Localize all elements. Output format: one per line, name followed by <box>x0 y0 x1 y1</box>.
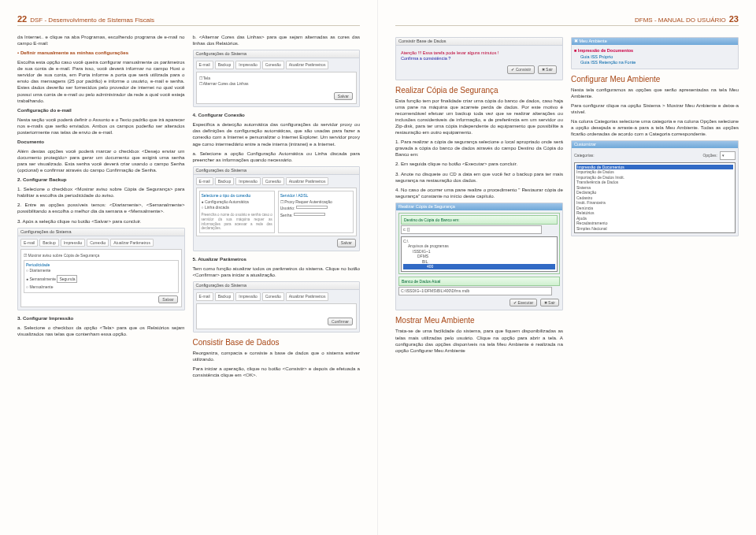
body-text: Escolha esta opção caso você queira conf… <box>17 59 185 103</box>
group-label: Periodicidade <box>26 262 176 268</box>
execute-button[interactable]: ✔ Executar <box>510 299 537 307</box>
body-text: Para configurar clique na opção Sistema … <box>571 102 739 115</box>
section-number: 5. Atualizar Parâmetros <box>193 256 361 262</box>
dialog-titlebar: Customizar <box>572 141 738 148</box>
body-text: 3. Anote no disquete ou CD a data em que… <box>395 171 563 184</box>
label: Usuário: <box>280 206 295 210</box>
tab[interactable]: Backup <box>215 61 235 69</box>
body-text: a. Selecione a opção Configuração Automá… <box>193 150 361 163</box>
consist-button[interactable]: ✔ Consistir <box>507 65 535 74</box>
tab[interactable]: E-mail <box>196 177 213 186</box>
figure-backup-dialog: Configurações do Sistema E-mail Backup I… <box>17 228 185 311</box>
save-button[interactable]: Salvar <box>337 239 356 247</box>
options-select[interactable]: ▾ <box>720 151 736 160</box>
body-text: 1. Selecione o checkbox <Mostrar aviso s… <box>17 186 185 199</box>
tab[interactable]: Atualizar Parâmetros <box>286 292 329 301</box>
group-label: Banco de Dados Atual <box>398 277 560 287</box>
body-text: Tem como função atualizar todos os parâm… <box>193 266 361 278</box>
label: Categorias: <box>574 153 595 158</box>
password-input[interactable] <box>294 213 325 216</box>
radio-monthly[interactable]: Mensalmente <box>26 284 176 290</box>
body-text: Reorganiza, compacta e consiste a base d… <box>193 350 361 362</box>
link-item[interactable]: Guia ISS Retenção na Fonte <box>574 60 736 65</box>
page-spread: 22 DSF - Desenvolvimento de Sistemas Fis… <box>0 0 756 535</box>
exit-button[interactable]: ✖ Sair <box>538 65 557 74</box>
figure-consist-dialog: Consistir Base de Dados Atenção !!! Essa… <box>395 37 563 80</box>
categories-listbox[interactable]: Impressão de Documentos Importação de Da… <box>574 162 736 233</box>
body-text: Nesta seção você poderá definir o Assunt… <box>17 117 185 136</box>
save-button[interactable]: Salvar <box>158 295 177 304</box>
tab[interactable]: E-mail <box>196 292 213 301</box>
body-text: Na coluna Categorias selecione uma categ… <box>571 118 739 137</box>
heading: Configurar Meu Ambiente <box>571 74 739 84</box>
tab[interactable]: Atualizar Parâmetros <box>286 61 329 69</box>
tab[interactable]: Impressão <box>235 292 260 301</box>
tab[interactable]: Conexão <box>262 177 284 186</box>
confirm-button[interactable]: Confirmar <box>328 318 353 326</box>
exit-button[interactable]: ✖ Sair <box>540 299 559 307</box>
header-title-right: DFMS - MANUAL DO USUÁRIO <box>635 17 726 24</box>
tab[interactable]: Impressão <box>61 239 85 247</box>
save-button[interactable]: Salvar <box>334 92 353 101</box>
section-number: 4. Configurar Conexão <box>193 112 361 118</box>
figure-update-dialog: Configurações do Sistema E-mail Backup I… <box>193 281 361 333</box>
section-number: 3. Configurar Impressão <box>17 315 185 321</box>
sub-heading: Configuração do e-mail <box>17 107 185 113</box>
tab[interactable]: Backup <box>215 292 235 301</box>
tab[interactable]: Atualizar Parâmetros <box>110 239 154 247</box>
link-item[interactable]: Guia ISS Próprio <box>574 54 736 60</box>
group-label: Servidor / ADSL <box>280 193 351 199</box>
tab[interactable]: E-mail <box>196 61 213 69</box>
body-text: 2. Entre as opções possíveis temos: <Dia… <box>17 202 185 214</box>
heading: Consistir Base de Dados <box>193 337 361 347</box>
radio-dialup[interactable]: Linha discada <box>202 205 272 210</box>
right-column-1: Consistir Base de Dados Atenção !!! Essa… <box>395 34 563 515</box>
body-text: Nesta tela configuramos as opções que se… <box>571 87 739 99</box>
db-path-field: C:\ISSDIG~1\DFMS\BIL\400\Dfms.mdb <box>398 287 552 295</box>
body-text: 3. Após a seleção clique no botão <Salva… <box>17 218 185 225</box>
figure-customize-dialog: Customizar Categorias: Opções: ▾ Impress… <box>571 140 739 236</box>
tab[interactable]: Impressão <box>235 177 260 186</box>
left-column-2: b. <Alternar Cores das Linhas> para que … <box>193 34 361 515</box>
heading: Mostrar Meu Ambiente <box>395 315 563 325</box>
dialog-titlebar: Configurações do Sistema <box>18 228 184 236</box>
radio-weekly[interactable]: Semanalmente Segunda <box>26 274 176 284</box>
figure-my-environment: ✖ Meu Ambiente ■ Impressão de Documentos… <box>571 37 739 69</box>
checkbox-alt-colors[interactable]: Alternar Cores das Linhas <box>199 81 354 87</box>
heading: Realizar Cópia de Segurança <box>395 85 563 95</box>
section-number: 2. Configurar Backup <box>17 176 185 183</box>
group-label: Selecione o tipo da conexão <box>202 193 272 199</box>
checkbox-screen[interactable]: Tela <box>199 76 354 81</box>
checkbox-show-warning[interactable]: Mostrar aviso sobre Cópia de Segurança <box>24 253 179 258</box>
radio-auto-config[interactable]: Configuração Automática <box>202 199 272 205</box>
body-text: 2. Em seguida clique no botão <Executar>… <box>395 161 563 167</box>
dialog-titlebar: Configurações do Sistema <box>194 167 360 175</box>
dialog-titlebar: Realizar Cópia de Segurança <box>396 203 562 210</box>
list-item[interactable]: Simples Nacional <box>576 226 733 232</box>
body-text: Trata-se de uma facilidade do sistema, p… <box>395 328 563 353</box>
drive-select[interactable]: c: [] <box>401 225 542 234</box>
tab[interactable]: Impressão <box>235 61 260 69</box>
header-right: DFMS - MANUAL DO USUÁRIO 23 <box>395 14 739 26</box>
confirm-text: Confirma a consistência ? <box>401 56 558 61</box>
tab[interactable]: Conexão <box>262 292 284 301</box>
checkbox-proxy-auth[interactable]: Proxy Requer Autenticação <box>280 199 351 205</box>
radio-daily[interactable]: Diariamente <box>26 268 176 273</box>
header-title-left: DSF - Desenvolvimento de Sistemas Fiscai… <box>30 17 154 24</box>
weekday-select[interactable]: Segunda <box>57 275 77 284</box>
body-text: Além destas opções você poderá marcar o … <box>17 148 185 173</box>
tab[interactable]: E-mail <box>20 239 38 247</box>
folder-tree[interactable]: C:\ Arquivos de programas ISSDIG~1 DFMS … <box>401 236 558 272</box>
right-column-2: ✖ Meu Ambiente ■ Impressão de Documentos… <box>571 34 739 515</box>
tab[interactable]: Conexão <box>87 239 109 247</box>
user-input[interactable] <box>296 206 328 209</box>
body-text: 1. Para realizar a cópia de segurança se… <box>395 139 563 158</box>
group-label: Destino da Cópia do Banco em: <box>401 215 558 225</box>
tab[interactable]: Atualizar Parâmetros <box>286 177 329 186</box>
tab[interactable]: Backup <box>39 239 59 247</box>
body-text: Esta função tem por finalidade criar uma… <box>395 98 563 136</box>
tab[interactable]: Conexão <box>262 61 284 69</box>
tab[interactable]: Backup <box>215 177 235 186</box>
folder-item-selected[interactable]: 400 <box>403 264 555 269</box>
dialog-titlebar: ✖ Meu Ambiente <box>572 38 738 45</box>
